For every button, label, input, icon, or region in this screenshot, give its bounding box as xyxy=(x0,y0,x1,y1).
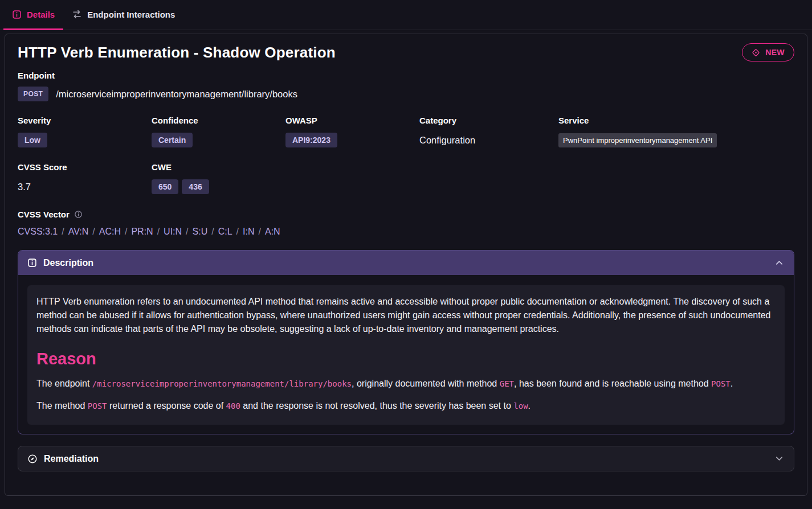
remediation-accordion-header[interactable]: Remediation xyxy=(18,446,794,471)
owasp-label: OWASP xyxy=(285,116,414,125)
category-label: Category xyxy=(419,116,553,125)
description-accordion-header[interactable]: Description xyxy=(18,251,794,275)
http-method-code: POST xyxy=(711,379,731,388)
severity-code: low xyxy=(513,401,528,411)
attributes-row-2: CVSS Score 3.7 CWE 650 436 xyxy=(18,162,794,195)
cvss-vector-part: S:U xyxy=(193,227,208,236)
reason-text: , has been found and is reachable using … xyxy=(514,379,711,388)
vector-separator: / xyxy=(236,227,239,236)
cwe-field: CWE 650 436 xyxy=(152,162,794,195)
service-label: Service xyxy=(558,116,789,125)
tab-endpoint-interactions[interactable]: Endpoint Interactions xyxy=(63,0,183,30)
description-body: HTTP Verb enumeration refers to an undoc… xyxy=(18,275,794,434)
vector-separator: / xyxy=(186,227,188,236)
cvss-vector-label: CVSS Vector xyxy=(18,210,70,219)
cvss-vector-part: AC:H xyxy=(99,227,121,236)
panel-header: HTTP Verb Enumeration - Shadow Operation… xyxy=(18,43,794,61)
reason-text: . xyxy=(731,379,733,388)
service-badge: PwnPoint improperinventorymanagement API xyxy=(558,133,717,147)
reason-text: returned a response code of xyxy=(107,401,226,411)
reason-text: The method xyxy=(36,401,88,411)
cvss-vector-part: A:N xyxy=(265,227,280,236)
endpoint-path: /microserviceimproperinventorymanagement… xyxy=(56,89,297,100)
confidence-field: Confidence Certain xyxy=(152,116,285,148)
service-field: Service PwnPoint improperinventorymanage… xyxy=(558,116,794,148)
cvss-score-label: CVSS Score xyxy=(18,162,146,172)
info-square-icon xyxy=(27,258,37,268)
cvss-vector-string: CVSS:3.1/AV:N/AC:H/PR:N/UI:N/S:U/C:L/I:N… xyxy=(18,227,794,237)
http-method-code: POST xyxy=(88,401,107,411)
swap-arrows-icon xyxy=(72,9,82,19)
description-card: HTTP Verb enumeration refers to an undoc… xyxy=(27,285,785,425)
severity-badge: Low xyxy=(18,133,47,147)
reason-paragraph-1: The endpoint /microserviceimproperinvent… xyxy=(36,376,776,391)
http-method-code: GET xyxy=(500,379,514,388)
severity-field: Severity Low xyxy=(18,116,152,148)
description-title: Description xyxy=(43,258,93,268)
status-code-code: 400 xyxy=(226,401,240,411)
vector-separator: / xyxy=(62,227,64,236)
page-title: HTTP Verb Enumeration - Shadow Operation xyxy=(18,44,336,61)
cwe-label: CWE xyxy=(152,162,789,172)
endpoint-block: Endpoint POST /microserviceimproperinven… xyxy=(18,71,794,101)
reason-heading: Reason xyxy=(36,350,776,368)
reason-text: , originally documented with method xyxy=(352,379,500,388)
cvss-score-field: CVSS Score 3.7 xyxy=(18,162,152,195)
vector-separator: / xyxy=(259,227,261,236)
owasp-field: OWASP API9:2023 xyxy=(285,116,419,148)
attributes-row-1: Severity Low Confidence Certain OWASP AP… xyxy=(18,116,794,148)
chevron-up-icon xyxy=(774,257,785,268)
vector-separator: / xyxy=(157,227,160,236)
description-text: HTTP Verb enumeration refers to an undoc… xyxy=(36,295,776,336)
cwe-badge: 436 xyxy=(182,179,209,194)
cvss-vector-block: CVSS Vector CVSS:3.1/AV:N/AC:H/PR:N/UI:N… xyxy=(18,210,794,237)
reason-paragraph-2: The method POST returned a response code… xyxy=(36,399,776,413)
tab-details-label: Details xyxy=(27,10,55,19)
category-field: Category Configuration xyxy=(419,116,558,148)
reason-text: The endpoint xyxy=(36,379,92,388)
details-panel: HTTP Verb Enumeration - Shadow Operation… xyxy=(5,34,807,496)
cvss-vector-part: PR:N xyxy=(131,227,153,236)
owasp-badge: API9:2023 xyxy=(285,133,337,147)
new-status-badge-label: NEW xyxy=(765,48,785,57)
reason-text: and the response is not resolved, thus t… xyxy=(240,401,513,411)
remediation-accordion: Remediation xyxy=(18,446,794,471)
new-status-badge[interactable]: NEW xyxy=(742,43,794,61)
vector-separator: / xyxy=(125,227,127,236)
http-method-badge: POST xyxy=(18,87,48,101)
info-square-icon xyxy=(12,10,22,19)
remediation-title: Remediation xyxy=(44,454,99,464)
tab-bar: Details Endpoint Interactions xyxy=(0,0,812,30)
vector-separator: / xyxy=(92,227,95,236)
cvss-vector-part: I:N xyxy=(243,227,254,236)
confidence-badge: Certain xyxy=(152,133,193,147)
info-circle-icon[interactable] xyxy=(74,210,83,219)
cwe-badge: 650 xyxy=(152,179,178,194)
cvss-vector-part: UI:N xyxy=(164,227,182,236)
description-accordion: Description HTTP Verb enumeration refers… xyxy=(18,250,794,434)
chevron-down-icon xyxy=(774,453,785,464)
cvss-score-value: 3.7 xyxy=(18,182,31,192)
cvss-vector-prefix: CVSS:3.1 xyxy=(18,227,58,236)
cvss-vector-part: AV:N xyxy=(68,227,89,236)
severity-label: Severity xyxy=(18,116,146,125)
tab-details[interactable]: Details xyxy=(3,0,63,30)
vector-separator: / xyxy=(211,227,214,236)
seal-diamond-icon xyxy=(752,48,760,57)
tab-endpoint-interactions-label: Endpoint Interactions xyxy=(87,10,175,19)
compass-icon xyxy=(27,454,38,464)
endpoint-label: Endpoint xyxy=(18,71,794,80)
confidence-label: Confidence xyxy=(152,116,280,125)
cvss-vector-part: C:L xyxy=(218,227,232,236)
endpoint-path-code: /microserviceimproperinventorymanagement… xyxy=(92,379,352,388)
category-value: Configuration xyxy=(419,135,475,146)
reason-text: . xyxy=(528,401,531,411)
